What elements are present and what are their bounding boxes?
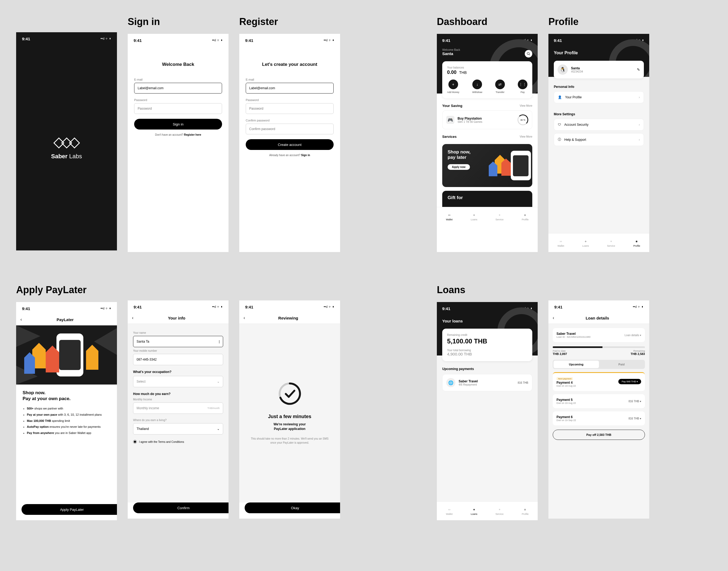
edit-profile-button[interactable]: ✎ bbox=[637, 68, 640, 72]
loan-details-screen: 9:41 ••ıl ᯤ ▮ ‹ Loan details Saber Trave… bbox=[548, 301, 649, 519]
name-field[interactable]: Santa Ta| bbox=[133, 336, 223, 347]
section-title-loans: Loans bbox=[437, 284, 538, 296]
nav-loans[interactable]: ◈Loans bbox=[471, 507, 478, 516]
svg-rect-8 bbox=[59, 340, 81, 370]
loan-details-dropdown[interactable]: Loan details ▾ bbox=[624, 334, 641, 337]
loans-screen: 9:41 ••ıl ᯤ ▮ Your loans Remaining credi… bbox=[437, 302, 538, 520]
profile-title: Your Profile bbox=[554, 50, 644, 55]
setting-account-security[interactable]: 🛡 Account Security › bbox=[554, 119, 644, 131]
payoff-button[interactable]: Pay off 2,583 THB bbox=[553, 430, 645, 440]
register-link[interactable]: Register here bbox=[184, 133, 201, 136]
okay-button[interactable]: Okay bbox=[245, 502, 340, 513]
country-select[interactable]: Thailand⌄ bbox=[133, 423, 223, 435]
search-button[interactable] bbox=[525, 50, 532, 58]
payment-row[interactable]: Payment 5Due on 19 Aug 22816 THB ▾ bbox=[553, 394, 645, 408]
svg-rect-0 bbox=[54, 138, 64, 148]
wallet-icon: ▭ bbox=[446, 507, 452, 512]
svg-rect-5 bbox=[513, 155, 528, 176]
globe-icon: 🌐 bbox=[446, 378, 455, 387]
loans-icon: ◈ bbox=[471, 212, 477, 218]
loan-summary-card: Saber Travel Loan ID : 82CMMA2201911980 … bbox=[553, 328, 645, 342]
dashboard-screen: 9:41 ••ıl ᯤ ▮ Welcome Back Santa Your ba… bbox=[437, 34, 538, 252]
confirm-password-field[interactable] bbox=[246, 124, 334, 134]
repayment-progress bbox=[553, 346, 645, 348]
terms-checkbox[interactable]: I agree with the Terms and Conditions bbox=[133, 440, 223, 444]
svg-point-3 bbox=[527, 52, 529, 54]
paylater-intro-screen: 9:41 ••ıl ᯤ ▮ ‹ PayLater bbox=[16, 302, 117, 520]
password-field[interactable] bbox=[134, 103, 222, 114]
nav-wallet[interactable]: ▭Wallet bbox=[446, 212, 453, 221]
mobile-field[interactable]: 087-445-3342 bbox=[133, 354, 223, 365]
playstation-icon: 🎮 bbox=[446, 116, 454, 124]
paylater-hero-illustration bbox=[16, 325, 117, 384]
next-payment-badge: Next payment bbox=[556, 377, 573, 380]
section-title-paylater: Apply PayLater bbox=[16, 284, 117, 296]
action-withdraw[interactable]: ↓Withdraw bbox=[472, 80, 483, 94]
saving-goal-card[interactable]: 🎮 Buy Playstation Slim 1 TB 56 Games 80 … bbox=[442, 110, 532, 129]
brand-name: Saber Labs bbox=[51, 153, 82, 160]
your-info-screen: 9:41 ••ıl ᯤ ▮ ‹ Your info Your name Sant… bbox=[128, 301, 228, 519]
setting-help-support[interactable]: ⓘ Help & Support › bbox=[554, 133, 644, 146]
profile-icon: ◉ bbox=[634, 239, 639, 244]
status-bar: 9:41 ••ıl ᯤ ▮ bbox=[128, 34, 228, 46]
pay-button[interactable]: Pay 848 THB ▾ bbox=[618, 379, 641, 384]
status-time: 9:41 bbox=[22, 36, 30, 41]
svg-rect-2 bbox=[69, 138, 79, 148]
paylater-headline: Shop now.Pay at your own pace. bbox=[23, 390, 110, 402]
signin-link[interactable]: Sign in bbox=[301, 154, 310, 157]
nav-profile[interactable]: ◉Profile bbox=[633, 239, 640, 247]
chevron-right-icon: › bbox=[639, 95, 640, 99]
nav-profile[interactable]: ◉Profile bbox=[522, 212, 529, 221]
nav-service[interactable]: ≡Service bbox=[496, 212, 504, 221]
paylater-benefits: 500+ shops we partner withPay at your ow… bbox=[23, 406, 110, 435]
confirm-button[interactable]: Confirm bbox=[133, 502, 228, 513]
shield-icon: 🛡 bbox=[558, 123, 561, 127]
service-icon: ≡ bbox=[497, 212, 502, 218]
profile-screen: 9:41 ••ıl ᯤ ▮ Your Profile 🐧 Santa #0234… bbox=[548, 34, 649, 252]
view-more-link[interactable]: View More bbox=[520, 104, 532, 107]
nav-wallet[interactable]: ▭Wallet bbox=[557, 239, 564, 247]
tab-upcoming[interactable]: Upcoming bbox=[553, 361, 599, 368]
saving-title: Your Saving bbox=[442, 104, 462, 108]
paylater-banner[interactable]: Shop now,pay later Apply now bbox=[442, 144, 532, 187]
chevron-right-icon: › bbox=[639, 123, 640, 127]
action-icon: ↓ bbox=[472, 80, 482, 89]
chevron-right-icon: › bbox=[639, 138, 640, 142]
action-add-money[interactable]: +Add Money bbox=[447, 80, 459, 94]
payment-row[interactable]: Next paymentPayment 4Due on 19 Aug 22Pay… bbox=[553, 372, 645, 391]
action-icon: ⇄ bbox=[495, 80, 505, 89]
password-field[interactable] bbox=[246, 103, 334, 114]
payment-row[interactable]: Payment 6Due on 19 Sep 22816 THB ▾ bbox=[553, 412, 645, 425]
loans-icon: ◈ bbox=[471, 507, 477, 512]
action-transfer[interactable]: ⇄Transfer bbox=[495, 80, 505, 94]
bottom-nav: ▭Wallet◈Loans≡Service◉Profile bbox=[437, 207, 538, 226]
progress-ring: 80 % bbox=[518, 114, 528, 125]
svg-rect-1 bbox=[62, 138, 72, 148]
income-field[interactable]: Monthly incomeTHB/month bbox=[133, 403, 223, 414]
service-icon: ≡ bbox=[608, 239, 614, 244]
nav-loans[interactable]: ◈Loans bbox=[582, 239, 589, 247]
profile-icon: ◉ bbox=[522, 507, 528, 512]
action-pay[interactable]: ⋮⋮Pay bbox=[518, 80, 527, 94]
apply-paylater-button[interactable]: Apply PayLater bbox=[21, 504, 117, 515]
nav-service[interactable]: ≡Service bbox=[607, 239, 615, 247]
nav-wallet[interactable]: ▭Wallet bbox=[446, 507, 453, 516]
view-more-link[interactable]: View More bbox=[520, 135, 532, 138]
signin-heading: Welcome Back bbox=[128, 62, 228, 67]
check-progress-icon bbox=[278, 381, 302, 406]
nav-profile[interactable]: ◉Profile bbox=[522, 507, 529, 516]
nav-service[interactable]: ≡Service bbox=[496, 507, 504, 516]
occupation-select[interactable]: Select⌄ bbox=[133, 376, 223, 387]
person-icon: 👤 bbox=[558, 95, 562, 99]
email-field[interactable] bbox=[246, 83, 334, 94]
nav-loans[interactable]: ◈Loans bbox=[471, 212, 478, 221]
tab-paid[interactable]: Paid bbox=[599, 361, 644, 368]
gift-banner[interactable]: Gift for bbox=[442, 191, 532, 207]
signin-button[interactable]: Sign in bbox=[134, 119, 222, 129]
user-name: Santa bbox=[442, 51, 532, 56]
apply-now-button[interactable]: Apply now bbox=[448, 164, 470, 170]
setting-your-profile[interactable]: 👤 Your Profile › bbox=[554, 91, 644, 103]
email-field[interactable] bbox=[134, 83, 222, 94]
create-account-button[interactable]: Create account bbox=[246, 139, 334, 150]
loan-item[interactable]: 🌐 Saber Travel 4/6 Repayment 816 THB bbox=[442, 374, 532, 391]
